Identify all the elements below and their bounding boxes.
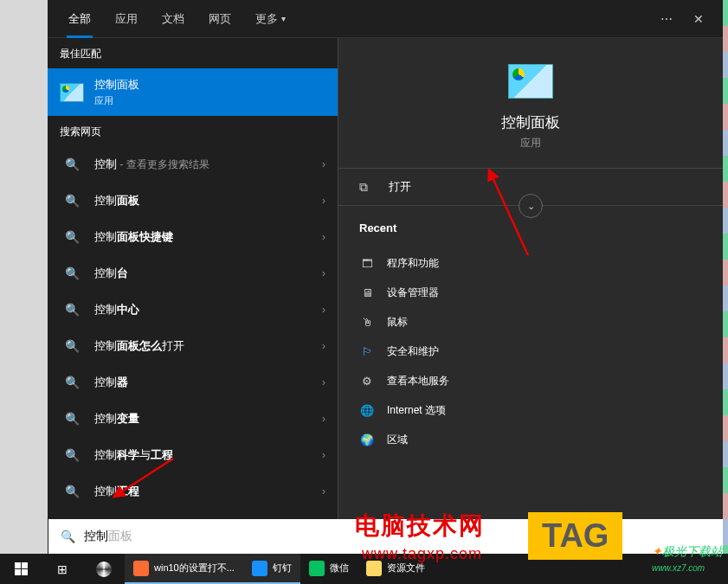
start-button[interactable] [0,554,42,584]
best-match-result[interactable]: 控制面板 应用 [48,68,338,116]
tabs-bar: 全部 应用 文档 网页 更多▾ ⋯ ✕ [48,0,723,38]
search-icon: 🔍 [60,155,84,174]
chevron-right-icon: › [322,449,325,461]
result-subtitle: 应用 [94,94,325,107]
chevron-right-icon: › [322,267,325,279]
preview-column: 控制面板 应用 ⧉ 打开 ⌄ Recent 🗔 程序和功能🖥 设备管理器🖱 鼠标… [338,38,723,554]
preview-subtitle: 应用 [520,136,541,151]
web-result-item[interactable]: 🔍 控制面板快捷键 › [48,219,338,255]
result-text: 控制变量 [94,411,315,427]
preview-title: 控制面板 [501,112,560,132]
taskbar-item-label: win10的设置打不... [154,562,235,574]
section-search-web: 搜索网页 [48,116,338,146]
tab-all[interactable]: 全部 [56,0,103,38]
section-best-match: 最佳匹配 [48,38,338,68]
open-label: 打开 [389,179,411,195]
result-text: 控制面板怎么打开 [94,338,315,354]
web-result-item[interactable]: 🔍 控制科学与工程 › [48,437,338,473]
recent-item[interactable]: 🌍 区域 [338,425,723,454]
tab-docs[interactable]: 文档 [150,0,196,38]
taskbar-item[interactable]: 钉钉 [243,554,300,584]
recent-item-icon: 🌍 [359,432,375,447]
recent-item[interactable]: 🖥 设备管理器 [338,278,723,307]
recent-item[interactable]: ⚙ 查看本地服务 [338,366,723,395]
result-text: 控制面板 [94,193,315,209]
tab-more[interactable]: 更多▾ [243,0,298,38]
search-icon: 🔍 [60,373,84,392]
result-text: 控制科学与工程 [94,447,315,463]
recent-item-icon: 🖥 [359,285,375,300]
web-result-item[interactable]: 🔍 控制器 › [48,364,338,401]
web-result-item[interactable]: 🔍 控制面板怎么打开 › [48,328,338,364]
open-icon: ⧉ [359,180,377,195]
recent-item-label: 程序和功能 [387,256,439,271]
web-result-item[interactable]: 🔍 控制台 › [48,255,338,292]
svg-rect-3 [22,569,28,575]
result-text: 控制台 [94,266,315,281]
web-result-item[interactable]: 🔍 控制中心 › [48,292,338,328]
taskbar-item-label: 钉钉 [273,562,292,574]
recent-item-icon: 🌐 [359,402,375,418]
taskbar-item-icon [309,561,325,576]
web-result-item[interactable]: 🔍 控制 - 查看更多搜索结果 › [48,146,338,183]
close-icon[interactable]: ✕ [683,12,714,26]
expand-down-button[interactable]: ⌄ [519,194,543,218]
result-title: 控制面板 [94,77,325,93]
search-icon: 🔍 [60,446,84,465]
watermark-tag: TAG [528,512,622,560]
chevron-right-icon: › [322,413,325,425]
recent-item-label: Internet 选项 [387,403,446,418]
web-result-item[interactable]: 🔍 控制变量 › [48,401,338,437]
result-text: 控制面板快捷键 [94,229,315,245]
recent-item[interactable]: 🗔 程序和功能 [338,248,723,278]
taskbar-item[interactable]: 微信 [300,554,358,584]
recent-item-label: 鼠标 [387,315,408,330]
task-view-button[interactable]: ⊞ [42,554,83,584]
chevron-right-icon: › [322,231,325,243]
recent-label: Recent [359,221,702,234]
taskbar-item[interactable]: win10的设置打不... [125,554,243,584]
chevron-right-icon: › [322,158,325,170]
web-result-item[interactable]: 🔍 控制工程 › [48,473,338,510]
expand-divider: ⌄ [338,205,723,206]
chevron-right-icon: › [322,485,325,497]
recent-item-icon: 🏳 [359,343,375,359]
watermark-url: www.tagxp.com [362,545,482,563]
taskbar-item-icon [252,561,267,576]
search-icon: 🔍 [60,228,84,247]
result-text: 控制中心 [94,302,315,318]
tab-web[interactable]: 网页 [196,0,243,38]
chevron-right-icon: › [322,376,325,388]
search-panel: 全部 应用 文档 网页 更多▾ ⋯ ✕ 最佳匹配 控制面板 应用 搜索网页 🔍 … [48,0,723,554]
recent-item-icon: 🖱 [359,314,375,330]
taskbar-app-browser[interactable] [83,554,125,584]
result-text: 控制工程 [94,484,315,499]
chevron-right-icon: › [322,304,325,316]
control-panel-icon-large [508,64,553,99]
tab-apps[interactable]: 应用 [103,0,150,38]
svg-rect-2 [15,569,21,575]
search-icon: 🔍 [60,409,84,428]
chevron-down-icon: ▾ [281,14,286,23]
recent-item[interactable]: 🏳 安全和维护 [338,337,723,366]
recent-item-icon: 🗔 [359,255,375,271]
watermark-text: 电脑技术网 [355,510,485,542]
results-column: 最佳匹配 控制面板 应用 搜索网页 🔍 控制 - 查看更多搜索结果 ›🔍 控制面… [48,38,338,554]
right-strip [723,0,728,554]
control-panel-icon [60,83,84,102]
recent-item-label: 区域 [387,433,408,447]
more-options-icon[interactable]: ⋯ [650,12,683,26]
search-icon: 🔍 [60,337,84,356]
search-typed-text: 控制 [84,529,108,544]
taskbar-item-icon [133,561,149,576]
recent-item[interactable]: 🌐 Internet 选项 [338,395,723,425]
svg-rect-1 [22,562,28,568]
search-icon: 🔍 [60,264,84,283]
preview-header: 控制面板 应用 [338,38,723,168]
search-icon: 🔍 [61,529,75,543]
search-icon: 🔍 [60,482,84,501]
recent-item[interactable]: 🖱 鼠标 [338,307,723,337]
web-result-item[interactable]: 🔍 控制面板 › [48,183,338,219]
recent-item-icon: ⚙ [359,373,375,388]
result-text: 控制器 [94,375,315,390]
